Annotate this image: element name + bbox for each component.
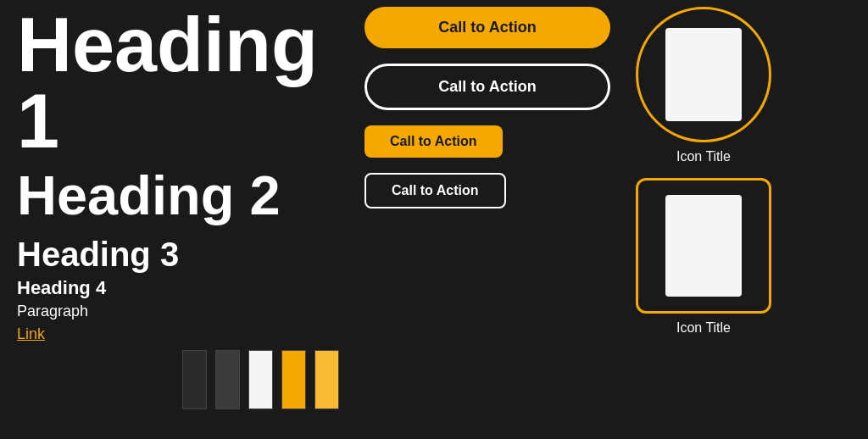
rect-icon-title: Icon Title — [676, 320, 731, 336]
circle-icon-title: Icon Title — [676, 149, 731, 164]
heading-3: Heading 3 — [17, 236, 339, 274]
paragraph-text: Paragraph — [17, 303, 339, 320]
heading-2: Heading 2 — [17, 168, 339, 223]
rect-icon-container — [636, 178, 771, 314]
circle-icon-card: Icon Title — [636, 7, 771, 164]
cta-button-2-outline-large[interactable]: Call to Action — [364, 64, 610, 110]
color-swatch-dark2 — [215, 350, 240, 409]
cta-button-3-filled-small[interactable]: Call to Action — [364, 125, 503, 158]
rect-icon-card: Icon Title — [636, 178, 771, 336]
color-swatch-white — [248, 350, 273, 409]
color-swatch-dark1 — [182, 350, 207, 409]
link-text[interactable]: Link — [17, 325, 339, 343]
circle-icon-container — [636, 7, 771, 142]
cta-button-4-outline-small[interactable]: Call to Action — [364, 173, 506, 208]
heading-4: Heading 4 — [17, 277, 339, 299]
rect-icon-image — [665, 195, 742, 297]
heading-1: Heading 1 — [17, 7, 339, 159]
color-swatch-gold — [281, 350, 306, 409]
circle-icon-image — [665, 28, 742, 121]
color-swatch-gold-light — [314, 350, 339, 409]
cta-button-1-filled-large[interactable]: Call to Action — [364, 7, 610, 48]
